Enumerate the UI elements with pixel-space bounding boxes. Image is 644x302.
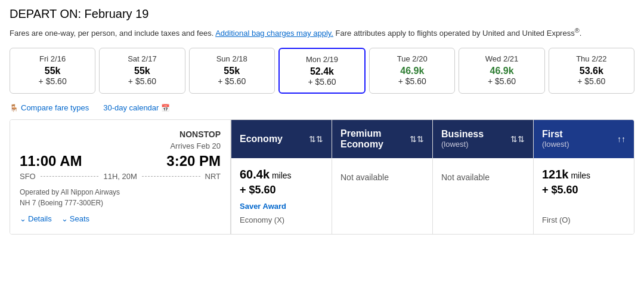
not-available-text: Not available xyxy=(340,168,424,182)
fare-usd: + $5.60 xyxy=(240,184,323,196)
compare-fare-types-link[interactable]: Compare fare types xyxy=(10,103,89,112)
fare-col-premium-economy: Premium Economy ⇅ Not available xyxy=(332,120,432,234)
not-available-text: Not available xyxy=(441,168,525,182)
date-miles: 53.6k xyxy=(556,66,627,76)
depart-time: 11:00 AM xyxy=(20,153,82,170)
fare-class-code: First (O) xyxy=(542,211,626,224)
fare-col-title: First xyxy=(542,129,569,140)
chevron-down-icon-2 xyxy=(61,214,68,223)
date-card-0[interactable]: Fri 2/16 55k + $5.60 xyxy=(10,48,95,94)
date-usd: + $5.60 xyxy=(107,76,177,86)
sort-icon[interactable]: ⇅ xyxy=(410,134,424,144)
fare-col-title: Economy xyxy=(240,134,283,144)
fare-body: Not available xyxy=(433,158,533,234)
fare-body: Not available xyxy=(332,158,432,234)
date-miles: 55k xyxy=(197,66,267,76)
fare-col-header: First (lowest) ↑ xyxy=(534,120,634,158)
date-label: Sat 2/17 xyxy=(107,54,177,63)
date-card-2[interactable]: Sun 2/18 55k + $5.60 xyxy=(189,48,275,94)
actions-row: Compare fare types 30-day calendar xyxy=(10,103,634,112)
fare-col-subtitle: (lowest) xyxy=(542,140,569,149)
calendar-link[interactable]: 30-day calendar xyxy=(103,103,170,112)
seat-icon xyxy=(10,103,18,112)
date-miles: 52.4k xyxy=(287,66,357,77)
date-usd: + $5.60 xyxy=(466,76,537,86)
fare-col-title: Premium Economy xyxy=(340,128,410,150)
fare-col-title: Business xyxy=(441,129,484,140)
main-area: NONSTOP Arrives Feb 20 11:00 AM 3:20 PM … xyxy=(10,119,634,235)
route-line xyxy=(41,176,99,177)
depart-header: DEPART ON: February 19 xyxy=(10,7,634,21)
arrive-time: 3:20 PM xyxy=(166,153,221,170)
fare-miles: 121k miles xyxy=(542,168,626,181)
award-link[interactable]: Saver Award xyxy=(240,202,286,211)
arrives-label: Arrives Feb 20 xyxy=(170,141,221,150)
seats-link[interactable]: Seats xyxy=(61,214,89,223)
fare-miles: 60.4k miles xyxy=(240,168,323,181)
details-link[interactable]: Details xyxy=(20,214,52,223)
fare-col-subtitle: (lowest) xyxy=(441,140,484,149)
date-label: Mon 2/19 xyxy=(287,55,357,64)
fare-columns: Economy ⇅ 60.4k miles + $5.60 Saver Awar… xyxy=(231,120,634,234)
date-card-6[interactable]: Thu 2/22 53.6k + $5.60 xyxy=(549,48,634,94)
sort-icon[interactable]: ⇅ xyxy=(309,134,323,144)
fare-class-code: Economy (X) xyxy=(240,211,323,224)
fare-col-first: First (lowest) ↑ 121k miles + $5.60 Firs… xyxy=(533,120,634,234)
sort-up-icon[interactable]: ↑ xyxy=(617,134,626,144)
date-usd: + $5.60 xyxy=(377,76,447,86)
date-card-1[interactable]: Sat 2/17 55k + $5.60 xyxy=(99,48,185,94)
depart-date: February 19 xyxy=(85,7,149,20)
fare-col-header: Premium Economy ⇅ xyxy=(332,120,432,158)
date-miles: 46.9k xyxy=(377,66,447,76)
date-usd: + $5.60 xyxy=(556,76,627,86)
date-card-3[interactable]: Mon 2/19 52.4k + $5.60 xyxy=(278,48,366,94)
destination: NRT xyxy=(205,172,221,181)
flight-links: Details Seats xyxy=(20,214,221,223)
flight-info-panel: NONSTOP Arrives Feb 20 11:00 AM 3:20 PM … xyxy=(10,120,231,234)
fare-note: Fares are one-way, per person, and inclu… xyxy=(10,26,634,39)
sort-icon[interactable]: ⇅ xyxy=(510,134,525,144)
fare-col-header: Economy ⇅ xyxy=(231,120,332,158)
calendar-icon xyxy=(161,103,170,112)
fare-col-business: Business (lowest) ⇅ Not available xyxy=(432,120,533,234)
operated-by: Operated by All Nippon Airways xyxy=(20,188,221,196)
date-miles: 55k xyxy=(107,66,177,76)
date-miles: 55k xyxy=(17,66,88,76)
date-label: Fri 2/16 xyxy=(17,54,88,63)
fare-usd: + $5.60 xyxy=(542,184,626,196)
chevron-down-icon xyxy=(20,214,26,223)
fare-col-header: Business (lowest) ⇅ xyxy=(433,120,533,158)
date-label: Sun 2/18 xyxy=(197,54,267,63)
date-miles: 46.9k xyxy=(466,66,537,76)
date-label: Wed 2/21 xyxy=(466,54,537,63)
date-usd: + $5.60 xyxy=(17,76,88,86)
aircraft: NH 7 (Boeing 777-300ER) xyxy=(20,199,221,207)
date-label: Tue 2/20 xyxy=(377,54,447,63)
duration: 11H, 20M xyxy=(103,172,137,181)
bag-charges-link[interactable]: Additional bag charges may apply. xyxy=(215,29,333,38)
origin: SFO xyxy=(20,172,36,181)
date-card-5[interactable]: Wed 2/21 46.9k + $5.60 xyxy=(459,48,544,94)
fare-col-economy: Economy ⇅ 60.4k miles + $5.60 Saver Awar… xyxy=(231,120,332,234)
date-usd: + $5.60 xyxy=(287,77,357,87)
date-label: Thu 2/22 xyxy=(556,54,627,63)
fare-body: 121k miles + $5.60 First (O) xyxy=(534,158,634,234)
date-card-4[interactable]: Tue 2/20 46.9k + $5.60 xyxy=(369,48,455,94)
route-line-2 xyxy=(142,176,200,177)
depart-label: DEPART ON: xyxy=(10,7,81,20)
date-row: Fri 2/16 55k + $5.60 Sat 2/17 55k + $5.6… xyxy=(10,48,634,94)
flight-type: NONSTOP xyxy=(20,130,221,139)
fare-body: 60.4k miles + $5.60 Saver Award Economy … xyxy=(231,158,332,234)
date-usd: + $5.60 xyxy=(197,76,267,86)
